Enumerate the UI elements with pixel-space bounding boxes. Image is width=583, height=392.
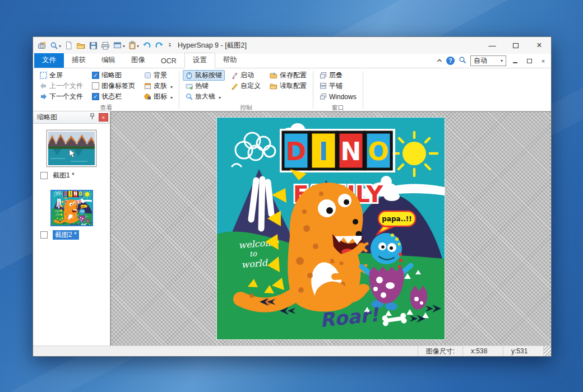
mdi-close-button[interactable]: × (538, 57, 548, 65)
app-camera-icon[interactable] (36, 40, 48, 51)
open-folder-icon[interactable] (75, 40, 87, 51)
zoom-mode-select[interactable]: 自动 (470, 55, 506, 66)
maximize-icon (513, 43, 519, 48)
thumbnail-image-dino (52, 191, 92, 225)
canvas-image: D I N O FAMILY (217, 118, 445, 339)
ribbon-separator (363, 71, 363, 109)
ribbon-group-window: 层叠 平铺 Windows 窗口 (315, 69, 361, 111)
pin-icon[interactable] (87, 113, 96, 122)
mdi-restore-button[interactable] (524, 57, 534, 65)
load-config-button[interactable]: 读取配置 (267, 81, 309, 91)
svg-text:to: to (249, 249, 257, 258)
status-x-coordinate: x:538 (462, 346, 503, 356)
thumbnail-panel-header: 缩略图 × (33, 111, 110, 124)
chevron-down-icon (218, 93, 221, 101)
tab-settings[interactable]: 设置 (184, 53, 215, 68)
thumbnail-label-row-2: 截图2 * (33, 230, 110, 240)
cascade-button[interactable]: 层叠 (317, 70, 359, 81)
quick-access-toolbar (36, 40, 172, 51)
background-button[interactable]: 背景 (141, 70, 175, 81)
paste-clipboard-icon[interactable] (127, 40, 140, 51)
thumbnail-panel-title: 缩略图 (37, 113, 87, 122)
checkbox-unchecked-icon[interactable] (40, 172, 48, 179)
icons-button[interactable]: 图标 (141, 91, 175, 102)
restore-icon (527, 59, 532, 63)
svg-text:N: N (341, 137, 362, 166)
help-icon[interactable] (446, 57, 455, 65)
image-tabs-toggle[interactable]: 图像标签页 (89, 81, 138, 91)
ribbon-tabs: 文件 捕获 编辑 图像 OCR 设置 帮助 自动 × (33, 54, 551, 68)
tab-edit[interactable]: 编辑 (94, 53, 123, 68)
image-canvas[interactable]: D I N O FAMILY (110, 111, 551, 346)
window-title: HyperSnap 9 - [截图2] (178, 41, 247, 50)
checkbox-checked-icon (92, 93, 99, 100)
startup-button[interactable]: 启动 (228, 70, 263, 81)
ribbon-separator (313, 71, 313, 109)
window-controls: — × (480, 37, 551, 54)
ribbon-group-view: 全屏 上一个文件 下一个文件 缩略图 图像标签页 状态栏 背景 皮肤 图标 (35, 69, 177, 111)
thumbnail-panel: 缩略图 × (33, 111, 110, 346)
status-size-label: 图像尺寸: (418, 346, 462, 356)
hotkeys-button[interactable]: 热键 (183, 81, 225, 91)
next-file-button[interactable]: 下一个文件 (37, 91, 86, 102)
tab-capture[interactable]: 捕获 (64, 53, 94, 68)
title-bar: HyperSnap 9 - [截图2] — × (33, 37, 551, 54)
chevron-down-icon (169, 93, 173, 101)
ribbon-separator (179, 71, 179, 109)
ribbon-group-control: 鼠标按键 热键 放大镜 启动 自定义 保存配置 读取配置 控制 (181, 69, 311, 111)
thumbnail-label-2[interactable]: 截图2 * (53, 230, 79, 240)
mouse-buttons-button[interactable]: 鼠标按键 (183, 70, 225, 81)
new-file-icon[interactable] (63, 40, 74, 51)
status-bar: 图像尺寸: x:538 y:531 (33, 346, 551, 356)
dino-sign: D I N O (281, 130, 394, 171)
panel-close-button[interactable]: × (99, 113, 108, 122)
minimize-button[interactable]: — (480, 37, 504, 54)
save-config-button[interactable]: 保存配置 (267, 70, 309, 81)
tab-file[interactable]: 文件 (34, 53, 64, 68)
svg-text:D: D (286, 137, 307, 166)
customize-toolbar-icon[interactable] (166, 42, 172, 49)
thumbnail-label-row-1: 截图1 * (33, 171, 110, 180)
windows-button[interactable]: Windows (317, 91, 359, 102)
prev-file-button[interactable]: 上一个文件 (37, 81, 86, 91)
tile-button[interactable]: 平铺 (317, 81, 359, 91)
desktop: HyperSnap 9 - [截图2] — × 文件 捕获 编辑 图像 OCR … (0, 0, 583, 392)
close-button[interactable]: × (528, 37, 551, 54)
chevron-down-icon (169, 82, 173, 90)
hypersnap-window: HyperSnap 9 - [截图2] — × 文件 捕获 编辑 图像 OCR … (33, 36, 552, 357)
close-icon: × (102, 115, 105, 120)
checkbox-unchecked-icon[interactable] (40, 231, 48, 239)
undo-icon[interactable] (141, 40, 152, 51)
tab-help[interactable]: 帮助 (215, 53, 245, 68)
redo-icon[interactable] (154, 40, 165, 51)
search-icon[interactable] (49, 40, 62, 51)
customize-button[interactable]: 自定义 (228, 81, 263, 91)
zoom-search-icon[interactable] (459, 56, 466, 66)
minimize-icon (513, 62, 517, 63)
thumbnail-item-2[interactable] (50, 190, 93, 226)
tab-ocr[interactable]: OCR (153, 55, 184, 68)
thumbnail-label-1[interactable]: 截图1 * (53, 171, 75, 180)
thumbnails-toggle[interactable]: 缩略图 (89, 70, 138, 81)
resize-grip[interactable] (543, 346, 551, 356)
magnifier-button[interactable]: 放大镜 (183, 91, 225, 102)
save-icon[interactable] (88, 40, 99, 51)
zoom-mode-value: 自动 (474, 56, 498, 66)
thumbnail-image-lake (48, 132, 95, 165)
collapse-ribbon-icon[interactable] (437, 58, 442, 64)
maximize-button[interactable] (504, 37, 528, 54)
fullscreen-button[interactable]: 全屏 (37, 70, 86, 81)
skin-button[interactable]: 皮肤 (141, 81, 175, 91)
mdi-minimize-button[interactable] (510, 57, 520, 65)
status-y-coordinate: y:531 (503, 346, 543, 356)
checkbox-checked-icon (92, 72, 99, 79)
svg-text:papa..!!: papa..!! (382, 215, 411, 223)
checkbox-unchecked-icon (92, 82, 99, 90)
tab-image[interactable]: 图像 (123, 53, 153, 68)
print-icon[interactable] (100, 40, 111, 51)
statusbar-toggle[interactable]: 状态栏 (89, 91, 138, 102)
thumbnail-item-1[interactable] (47, 130, 96, 167)
svg-text:O: O (368, 137, 388, 166)
capture-window-icon[interactable] (112, 40, 126, 50)
chevron-down-icon (498, 58, 506, 63)
